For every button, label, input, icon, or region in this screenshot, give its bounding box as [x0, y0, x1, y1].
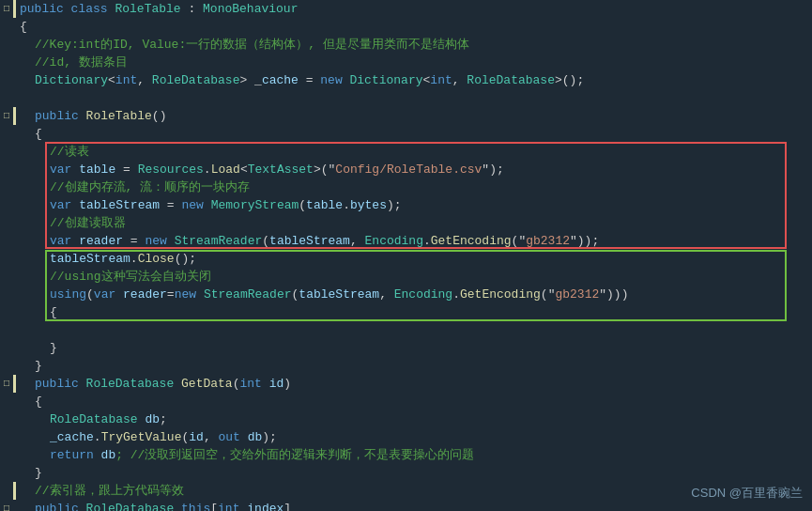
table-row: //读表 [0, 143, 812, 161]
fold-indicator [0, 36, 13, 54]
fold-indicator [0, 357, 13, 375]
code-content: var table = Resources.Load<TextAsset>("C… [16, 161, 812, 178]
code-content: //读表 [16, 143, 812, 161]
fold-indicator [0, 250, 13, 268]
code-content: { [16, 393, 812, 410]
table-row: { [0, 303, 812, 321]
code-content: } [16, 357, 812, 375]
code-content: //创建内存流, 流：顺序的一块内存 [16, 178, 812, 196]
fold-indicator [0, 178, 13, 196]
code-content: } [16, 339, 812, 357]
table-row: □public RoleDatabase this[int index] [0, 500, 812, 511]
code-content: tableStream.Close(); [16, 250, 812, 268]
code-content: public RoleDatabase GetData(int id) [16, 375, 812, 393]
code-content: public class RoleTable : MonoBehaviour [16, 0, 812, 18]
table-row: //using这种写法会自动关闭 [0, 268, 812, 286]
table-row: □public class RoleTable : MonoBehaviour [0, 0, 812, 18]
table-row: { [0, 18, 812, 36]
code-content: Dictionary<int, RoleDatabase> _cache = n… [16, 71, 812, 89]
fold-indicator [0, 54, 13, 71]
fold-indicator: □ [0, 0, 13, 18]
code-content: RoleDatabase db; [16, 410, 812, 428]
fold-indicator [0, 268, 13, 286]
code-content: //using这种写法会自动关闭 [16, 268, 812, 286]
fold-indicator [0, 143, 13, 161]
code-content: using(var reader=new StreamReader(tableS… [16, 286, 812, 303]
code-content: _cache.TryGetValue(id, out db); [16, 428, 812, 446]
table-row: var reader = new StreamReader(tableStrea… [0, 232, 812, 250]
table-row: { [0, 125, 812, 143]
table-row [0, 89, 812, 107]
fold-indicator: □ [0, 500, 13, 511]
code-content: //id, 数据条目 [16, 54, 812, 71]
table-row: { [0, 393, 812, 410]
code-lines: □public class RoleTable : MonoBehaviour … [0, 0, 812, 511]
table-row: var tableStream = new MemoryStream(table… [0, 196, 812, 214]
table-row: //创建读取器 [0, 214, 812, 232]
code-content: return db; //没取到返回空，交给外面的逻辑来判断，不是表要操心的问题 [16, 446, 812, 464]
table-row: } [0, 357, 812, 375]
code-content: var reader = new StreamReader(tableStrea… [16, 232, 812, 250]
table-row: Dictionary<int, RoleDatabase> _cache = n… [0, 71, 812, 89]
code-content [16, 89, 812, 107]
table-row: } [0, 464, 812, 482]
table-row: //创建内存流, 流：顺序的一块内存 [0, 178, 812, 196]
fold-indicator [0, 446, 13, 464]
code-content [16, 321, 812, 339]
table-row: } [0, 339, 812, 357]
code-content: { [16, 125, 812, 143]
table-row: _cache.TryGetValue(id, out db); [0, 428, 812, 446]
code-content: //Key:int的ID, Value:一行的数据（结构体）, 但是尽量用类而不… [16, 36, 812, 54]
fold-indicator [0, 303, 13, 321]
fold-indicator [0, 18, 13, 36]
table-row: //id, 数据条目 [0, 54, 812, 71]
table-row: tableStream.Close(); [0, 250, 812, 268]
watermark: CSDN @百里香豌兰 [691, 485, 803, 502]
table-row: //Key:int的ID, Value:一行的数据（结构体）, 但是尽量用类而不… [0, 36, 812, 54]
table-row: RoleDatabase db; [0, 410, 812, 428]
fold-indicator [0, 125, 13, 143]
fold-indicator: □ [0, 375, 13, 393]
table-row: //索引器，跟上方代码等效 [0, 482, 812, 500]
code-content: public RoleTable() [16, 107, 812, 125]
table-row: using(var reader=new StreamReader(tableS… [0, 286, 812, 303]
table-row: var table = Resources.Load<TextAsset>("C… [0, 161, 812, 178]
table-row: □public RoleTable() [0, 107, 812, 125]
fold-indicator [0, 214, 13, 232]
fold-indicator [0, 286, 13, 303]
fold-indicator [0, 71, 13, 89]
table-row [0, 321, 812, 339]
code-content: { [16, 303, 812, 321]
code-content: //创建读取器 [16, 214, 812, 232]
fold-indicator [0, 482, 13, 500]
code-content: var tableStream = new MemoryStream(table… [16, 196, 812, 214]
code-content: { [16, 18, 812, 36]
fold-indicator [0, 321, 13, 339]
fold-indicator [0, 464, 13, 482]
table-row: □public RoleDatabase GetData(int id) [0, 375, 812, 393]
fold-indicator [0, 339, 13, 357]
fold-indicator [0, 89, 13, 107]
code-editor: □public class RoleTable : MonoBehaviour … [0, 0, 812, 511]
fold-indicator [0, 161, 13, 178]
fold-indicator [0, 232, 13, 250]
code-content: } [16, 464, 812, 482]
fold-indicator [0, 196, 13, 214]
fold-indicator [0, 428, 13, 446]
fold-indicator: □ [0, 107, 13, 125]
fold-indicator [0, 393, 13, 410]
fold-indicator [0, 410, 13, 428]
table-row: return db; //没取到返回空，交给外面的逻辑来判断，不是表要操心的问题 [0, 446, 812, 464]
